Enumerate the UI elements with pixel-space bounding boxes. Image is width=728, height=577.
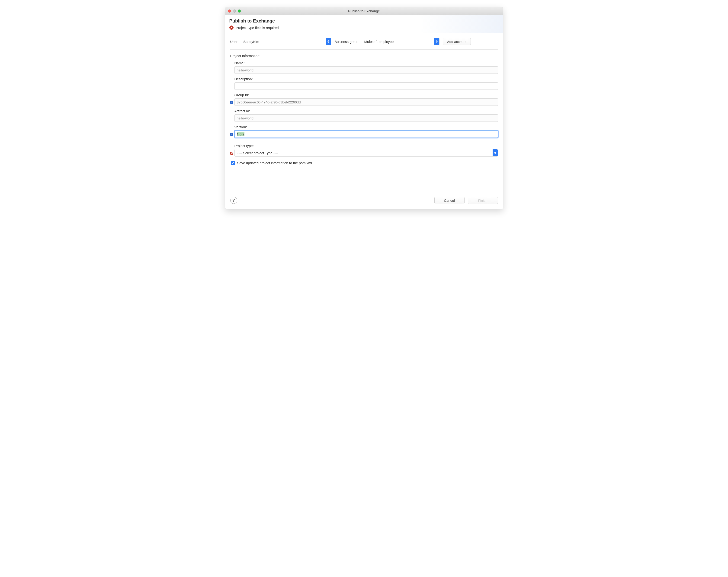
page-title: Publish to Exchange <box>229 18 499 24</box>
field-project-type: Project type: ---- Select project Type -… <box>234 144 498 157</box>
cancel-button[interactable]: Cancel <box>434 196 465 204</box>
description-label: Description: <box>234 77 498 81</box>
svg-marker-2 <box>436 41 438 42</box>
project-fields: Name: Description: i Group Id: Artifact … <box>230 61 498 157</box>
svg-marker-4 <box>494 152 496 153</box>
field-name: Name: <box>234 61 498 74</box>
field-version: i Version: 1.0.2 <box>234 125 498 138</box>
dialog-header: Publish to Exchange Project type field i… <box>225 15 503 33</box>
group-id-input[interactable] <box>234 98 498 106</box>
version-label: Version: <box>234 125 498 129</box>
project-type-select[interactable]: ---- Select project Type ---- <box>234 149 498 157</box>
svg-marker-5 <box>494 153 496 154</box>
error-icon <box>229 26 234 30</box>
version-input[interactable]: 1.0.2 <box>234 130 498 138</box>
chevron-updown-icon <box>326 38 331 45</box>
business-group-value: Mulesoft-employee <box>364 40 394 44</box>
project-type-label: Project type: <box>234 144 498 148</box>
svg-marker-3 <box>436 42 438 43</box>
save-pom-row: Save updated project information to the … <box>230 161 498 165</box>
close-window-icon[interactable] <box>228 9 231 12</box>
artifact-id-input[interactable] <box>234 114 498 122</box>
minimize-window-icon <box>233 9 236 12</box>
validation-error-text: Project type field is required <box>236 26 279 30</box>
titlebar: Publish to Exchange <box>225 7 503 15</box>
user-label: User <box>230 40 238 44</box>
business-group-select[interactable]: Mulesoft-employee <box>362 38 440 45</box>
info-icon: i <box>230 101 233 104</box>
user-select-value: SandyKim <box>243 40 259 44</box>
dialog-window: Publish to Exchange Publish to Exchange … <box>225 7 503 209</box>
chevron-updown-icon <box>434 38 439 45</box>
account-row: User SandyKim Business group Mulesoft-em… <box>230 38 498 50</box>
group-id-label: Group Id: <box>234 93 498 97</box>
help-icon[interactable]: ? <box>230 197 237 204</box>
info-icon: i <box>230 133 233 136</box>
window-controls <box>228 9 241 12</box>
chevron-updown-icon <box>493 149 498 156</box>
field-group-id: i Group Id: <box>234 93 498 106</box>
save-pom-checkbox[interactable] <box>231 161 235 165</box>
finish-button: Finish <box>468 196 498 204</box>
dialog-footer: ? Cancel Finish <box>225 193 503 209</box>
zoom-window-icon[interactable] <box>238 9 241 12</box>
svg-marker-1 <box>328 42 329 43</box>
section-title: Project Information: <box>230 54 498 58</box>
version-value: 1.0.2 <box>237 132 244 136</box>
name-label: Name: <box>234 61 498 65</box>
window-title: Publish to Exchange <box>228 9 501 13</box>
field-description: Description: <box>234 77 498 90</box>
name-input[interactable] <box>234 66 498 74</box>
artifact-id-label: Artifact Id: <box>234 109 498 113</box>
field-artifact-id: Artifact Id: <box>234 109 498 122</box>
add-account-button[interactable]: Add account <box>443 38 471 45</box>
business-group-label: Business group <box>334 40 358 44</box>
error-icon <box>230 152 233 155</box>
user-select[interactable]: SandyKim <box>241 38 331 45</box>
svg-marker-0 <box>328 41 329 42</box>
project-type-value: ---- Select project Type ---- <box>237 151 278 155</box>
dialog-body: User SandyKim Business group Mulesoft-em… <box>225 33 503 193</box>
description-input[interactable] <box>234 82 498 90</box>
validation-error: Project type field is required <box>229 26 499 30</box>
save-pom-label: Save updated project information to the … <box>237 161 312 165</box>
